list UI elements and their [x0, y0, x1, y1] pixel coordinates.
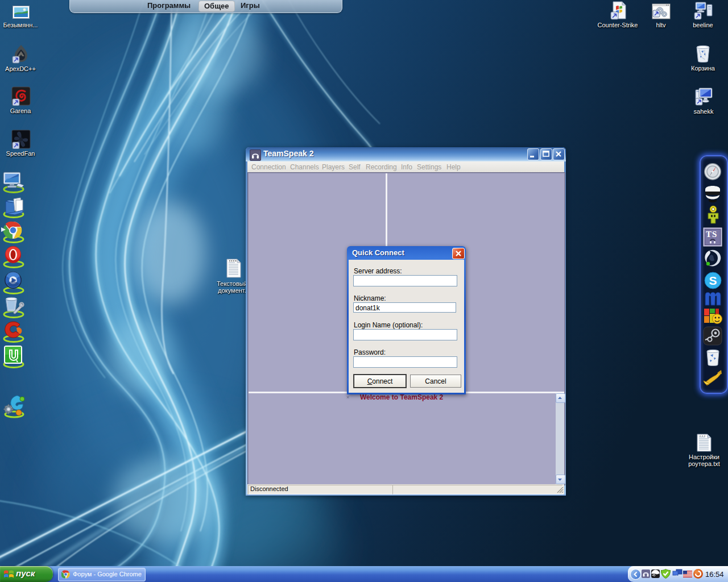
svg-text:S: S: [712, 230, 717, 239]
svg-text:S: S: [709, 274, 717, 287]
svg-text:T: T: [706, 230, 712, 239]
